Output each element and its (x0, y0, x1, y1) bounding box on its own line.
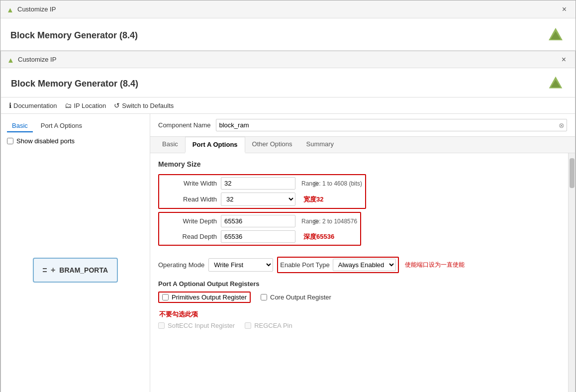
component-name-label: Component Name (158, 121, 211, 129)
write-width-input[interactable] (221, 178, 311, 189)
tab-other-options[interactable]: Other Options (245, 137, 299, 153)
info-icon: ℹ (9, 101, 11, 109)
toolbar: ℹ Documentation 🗂 IP Location ↺ Switch t… (1, 98, 575, 114)
softECC-checkbox (158, 322, 165, 329)
outer-title-bar: ▲ Customize IP × (0, 0, 576, 18)
read-width-row: Read Width 32 宽度32 (162, 193, 362, 206)
outer-close-button[interactable]: × (559, 4, 570, 15)
component-name-row: Component Name ⊗ (150, 114, 575, 137)
tab-summary[interactable]: Summary (299, 137, 341, 153)
outer-window: ▲ Customize IP × Block Memory Generator … (0, 0, 576, 392)
core-output-register-checkbox[interactable] (261, 294, 267, 300)
enable-port-annotation: 使能端口设为一直使能 (405, 261, 465, 269)
tab-power-estimation[interactable]: Port A Options (37, 120, 86, 132)
left-panel: Basic Port A Options Show disabled ports… (1, 114, 150, 392)
config-content: Memory Size Write Width ⊗ (150, 153, 568, 392)
bram-line-1 (43, 268, 47, 269)
write-width-input-wrapper: ⊗ (221, 177, 295, 190)
write-depth-input[interactable] (221, 215, 311, 227)
regcea-option: REGCEA Pin (245, 322, 292, 329)
primitives-output-register-label: Primitives Output Register (172, 294, 247, 301)
documentation-button[interactable]: ℹ Documentation (9, 101, 57, 109)
read-depth-input[interactable] (221, 230, 295, 243)
write-width-label: Write Width (162, 180, 217, 187)
component-name-input-wrapper: ⊗ (216, 119, 568, 131)
outer-header-title: Block Memory Generator (8.4) (10, 30, 138, 41)
softECC-option: SoftECC Input Register (158, 322, 235, 329)
right-panel: Component Name ⊗ Basic Port A Options Ot… (150, 114, 575, 392)
scrollbar[interactable] (568, 153, 575, 392)
folder-icon: 🗂 (65, 101, 72, 109)
inner-title-text: Customize IP (18, 56, 56, 63)
tab-ip-symbol[interactable]: Basic (7, 120, 33, 132)
switch-defaults-label: Switch to Defaults (122, 102, 174, 109)
inner-title-left: ▲ Customize IP (7, 56, 56, 64)
show-disabled-ports-row: Show disabled ports (7, 137, 144, 145)
read-width-select[interactable]: 32 (221, 193, 295, 206)
ip-location-button[interactable]: 🗂 IP Location (65, 101, 106, 109)
regcea-label: REGCEA Pin (254, 322, 292, 329)
operating-mode-row: Operating Mode Write First Read First No… (158, 257, 560, 273)
bram-label: BRAM_PORTA (59, 266, 108, 274)
tab-basic[interactable]: Basic (155, 137, 185, 153)
output-registers-row-1: Primitives Output Register Core Output R… (158, 292, 560, 303)
main-content: Basic Port A Options Show disabled ports… (1, 114, 575, 392)
primitives-output-register-box: Primitives Output Register (158, 292, 251, 303)
write-depth-row: Write Depth ⊗ Range: 2 to 1048576 (162, 215, 357, 227)
write-depth-input-wrapper: ⊗ (221, 215, 295, 227)
bram-lines (43, 268, 47, 272)
inner-header-logo (546, 74, 565, 93)
symbol-area: + BRAM_PORTA (7, 150, 144, 391)
write-width-hint: Range: 1 to 4608 (bits) (301, 180, 362, 187)
primitives-output-register-checkbox[interactable] (162, 294, 169, 300)
output-registers-row-2: SoftECC Input Register REGCEA Pin (158, 322, 560, 329)
memory-size-title: Memory Size (158, 160, 560, 168)
core-output-register-option: Core Output Register (261, 294, 331, 301)
plus-icon: + (51, 266, 55, 275)
ip-location-label: IP Location (74, 102, 106, 109)
config-content-wrapper: Memory Size Write Width ⊗ (150, 153, 575, 392)
bram-line-2 (43, 271, 47, 272)
component-name-input[interactable] (216, 119, 557, 131)
outer-title-text: Customize IP (17, 5, 56, 13)
inner-header: Block Memory Generator (8.4) (1, 68, 575, 98)
write-depth-hint: Range: 2 to 1048576 (301, 218, 357, 225)
outer-header-logo (546, 25, 566, 45)
outer-title-left: ▲ Customize IP (6, 5, 56, 13)
show-disabled-ports-label: Show disabled ports (16, 137, 75, 145)
port-a-output-registers-title: Port A Optional Output Registers (158, 280, 560, 288)
bram-box: + BRAM_PORTA (33, 258, 118, 283)
softECC-label: SoftECC Input Register (168, 322, 235, 329)
write-depth-label: Write Depth (162, 217, 217, 225)
component-name-clear-button[interactable]: ⊗ (557, 120, 567, 130)
operating-mode-select[interactable]: Write First Read First No Change (208, 258, 273, 272)
documentation-label: Documentation (13, 102, 57, 109)
read-width-label: Read Width (162, 196, 217, 203)
memory-size-section: Memory Size Write Width ⊗ (158, 160, 560, 249)
primitives-annotation: 不要勾选此项 (159, 310, 198, 318)
tab-port-a-options[interactable]: Port A Options (185, 137, 245, 153)
read-depth-hint: 深度65536 (303, 232, 334, 241)
regcea-checkbox (245, 322, 251, 329)
outer-vivado-logo: ▲ (6, 5, 14, 13)
left-panel-tabs: Basic Port A Options (7, 120, 144, 132)
show-disabled-ports-checkbox[interactable] (7, 138, 13, 144)
read-depth-row: Read Depth 深度65536 (162, 230, 357, 243)
switch-defaults-button[interactable]: ↺ Switch to Defaults (114, 101, 174, 109)
inner-close-button[interactable]: × (559, 54, 569, 65)
core-output-register-label: Core Output Register (270, 294, 331, 301)
scrollbar-thumb (570, 158, 575, 188)
read-width-hint: 宽度32 (303, 195, 323, 204)
inner-title-bar: ▲ Customize IP × (1, 51, 575, 68)
inner-window: ▲ Customize IP × Block Memory Generator … (0, 51, 576, 392)
write-width-row: Write Width ⊗ Range: 1 to 4608 (bits) (162, 177, 362, 190)
refresh-icon: ↺ (114, 101, 120, 109)
config-tabs: Basic Port A Options Other Options Summa… (150, 137, 575, 153)
inner-header-title: Block Memory Generator (8.4) (11, 79, 138, 89)
operating-mode-label: Operating Mode (158, 261, 204, 269)
enable-port-type-box: Enable Port Type Always Enabled Use ENA … (277, 257, 399, 273)
read-depth-label: Read Depth (162, 233, 217, 240)
port-a-output-registers-section: Port A Optional Output Registers Primiti… (158, 280, 560, 333)
enable-port-type-select[interactable]: Always Enabled Use ENA Pin (333, 259, 396, 271)
enable-port-type-label: Enable Port Type (280, 261, 330, 269)
